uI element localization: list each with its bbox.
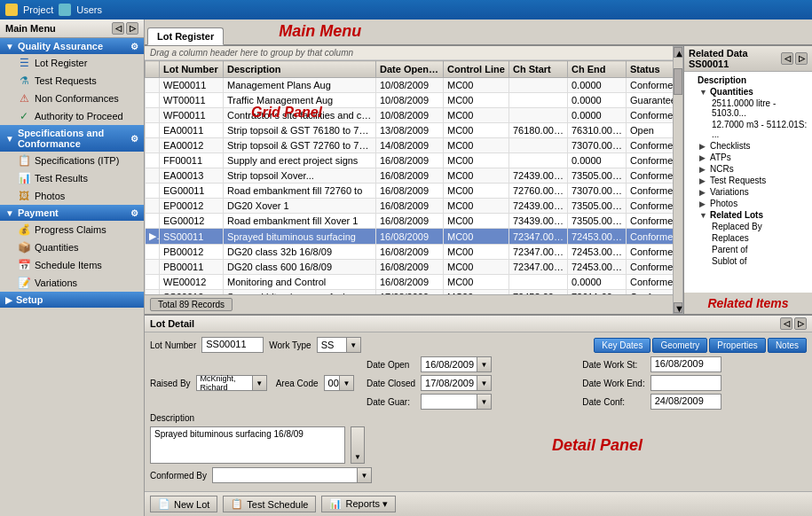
- table-row[interactable]: WF00011Contractor's site facilities and …: [146, 108, 674, 123]
- cell-date-open[interactable]: 16/08/2009: [376, 168, 444, 184]
- table-row[interactable]: ▶SS00011Sprayed bituminous surfacing16/0…: [146, 229, 674, 245]
- cell-status[interactable]: Conformed: [627, 275, 674, 290]
- col-lot-number[interactable]: Lot Number: [160, 61, 224, 78]
- cell-description[interactable]: Supply and erect project signs: [224, 153, 376, 168]
- cell-control-line[interactable]: MC00: [444, 245, 509, 260]
- grid-scrollbar[interactable]: ▲ ▼: [673, 46, 683, 314]
- sidebar-item-lot-register[interactable]: ☰ Lot Register: [0, 54, 144, 72]
- cell-description[interactable]: DG20 Xover 1: [224, 199, 376, 214]
- cell-ch-start[interactable]: 72347.0000: [509, 245, 568, 260]
- cell-ch-end[interactable]: 73505.0000: [568, 214, 627, 229]
- cell-ch-end[interactable]: 76310.0000: [568, 123, 627, 138]
- table-row[interactable]: EA00012Strip topsoil & GST 72760 to 7307…: [146, 138, 674, 153]
- cell-status[interactable]: Conformed: [627, 108, 674, 123]
- work-type-dropdown-arrow[interactable]: ▼: [346, 338, 360, 352]
- cell-date-open[interactable]: 16/08/2009: [376, 229, 444, 245]
- table-row[interactable]: EG00012Road embankment fill Xover 116/08…: [146, 214, 674, 229]
- cell-date-open[interactable]: 16/08/2009: [376, 214, 444, 229]
- cell-ch-end[interactable]: 73070.0000: [568, 138, 627, 153]
- test-schedule-btn[interactable]: 📋 Test Schedule: [223, 496, 316, 512]
- date-open-field[interactable]: 16/08/2009 ▼: [421, 356, 492, 372]
- related-tree[interactable]: Description ▼ Quantities 2511.0000 litre…: [684, 72, 812, 293]
- cell-description[interactable]: DG20 class 32b 16/8/09: [224, 245, 376, 260]
- cell-description[interactable]: Road embankment fill Xover 1: [224, 214, 376, 229]
- cell-status[interactable]: Conformed: [627, 153, 674, 168]
- cell-ch-end[interactable]: 72453.0000: [568, 260, 627, 275]
- tree-leaf-qty1[interactable]: 2511.0000 litre - 5103.0...: [687, 98, 809, 119]
- cell-date-open[interactable]: 16/08/2009: [376, 153, 444, 168]
- cell-lot-number[interactable]: EA00013: [160, 168, 224, 184]
- sidebar-item-test-results[interactable]: 📊 Test Results: [0, 169, 144, 187]
- cell-lot-number[interactable]: PB00011: [160, 260, 224, 275]
- cell-date-open[interactable]: 16/08/2009: [376, 275, 444, 290]
- table-row[interactable]: EG00011Road embankment fill 72760 to16/0…: [146, 184, 674, 199]
- cell-description[interactable]: Sprayed bituminous surfacing: [224, 229, 376, 245]
- cell-control-line[interactable]: MC00: [444, 184, 509, 199]
- cell-ch-end[interactable]: 0.0000: [568, 275, 627, 290]
- cell-ch-start[interactable]: [509, 153, 568, 168]
- related-back-btn[interactable]: ◁: [781, 52, 793, 65]
- section-specifications[interactable]: ▼ Specifications and Conformance ⚙: [0, 125, 144, 152]
- cell-ch-start[interactable]: 72439.0000: [509, 168, 568, 184]
- col-ch-end[interactable]: Ch End: [568, 61, 627, 78]
- grid-body[interactable]: WE00011Management Plans Aug10/08/2009MC0…: [146, 78, 674, 295]
- cell-control-line[interactable]: MC00: [444, 78, 509, 93]
- cell-control-line[interactable]: MC00: [444, 168, 509, 184]
- cell-status[interactable]: Conformed: [627, 168, 674, 184]
- reports-btn[interactable]: 📊 Reports ▾: [321, 496, 396, 512]
- table-row[interactable]: PB00011DG20 class 600 16/8/0916/08/2009M…: [146, 260, 674, 275]
- related-forward-btn[interactable]: ▷: [795, 52, 808, 65]
- cell-description[interactable]: Strip topsoil Xover...: [224, 168, 376, 184]
- cell-control-line[interactable]: MC00: [444, 214, 509, 229]
- tree-leaf-sublot-of[interactable]: Sublot of: [687, 255, 809, 267]
- area-code-dropdown-arrow[interactable]: ▼: [339, 376, 353, 390]
- col-date-open[interactable]: Date Open ▲: [376, 61, 444, 78]
- date-work-end-field[interactable]: [650, 375, 721, 391]
- sidebar-item-specifications-itp[interactable]: 📋 Specifications (ITP): [0, 152, 144, 169]
- cell-date-open[interactable]: 10/08/2009: [376, 108, 444, 123]
- section-payment[interactable]: ▼ Payment ⚙: [0, 205, 144, 221]
- cell-date-open[interactable]: 16/08/2009: [376, 199, 444, 214]
- cell-description[interactable]: Strip topsoil & GST 72760 to 73070: [224, 138, 376, 153]
- tree-node-test-requests[interactable]: ▶ Test Requests: [687, 175, 809, 186]
- col-description[interactable]: Description: [224, 61, 376, 78]
- cell-date-open[interactable]: 16/08/2009: [376, 245, 444, 260]
- raised-by-field[interactable]: McKnight, Richard ▼: [196, 375, 267, 391]
- cell-description[interactable]: Traffic Management Aug: [224, 93, 376, 108]
- area-code-field[interactable]: 0001 ▼: [324, 375, 354, 391]
- cell-date-open[interactable]: 10/08/2009: [376, 78, 444, 93]
- cell-ch-end[interactable]: 0.0000: [568, 108, 627, 123]
- cell-lot-number[interactable]: WE00012: [160, 275, 224, 290]
- cell-lot-number[interactable]: PB00012: [160, 245, 224, 260]
- cell-date-open[interactable]: 16/08/2009: [376, 260, 444, 275]
- date-work-st-field[interactable]: 16/08/2009: [650, 356, 721, 372]
- tab-properties[interactable]: Properties: [709, 338, 766, 353]
- table-row[interactable]: WE00012Monitoring and Control16/08/2009M…: [146, 275, 674, 290]
- raised-by-dropdown-arrow[interactable]: ▼: [252, 376, 266, 390]
- sidebar-item-test-requests[interactable]: ⚗ Test Requests: [0, 72, 144, 90]
- sidebar-item-non-conformances[interactable]: ⚠ Non Conformances: [0, 90, 144, 107]
- cell-description[interactable]: Monitoring and Control: [224, 275, 376, 290]
- tree-leaf-replaced-by[interactable]: Replaced By: [687, 221, 809, 232]
- cell-lot-number[interactable]: EG00012: [160, 214, 224, 229]
- tree-node-atps[interactable]: ▶ ATPs: [687, 152, 809, 163]
- cell-ch-start[interactable]: 72760.0000: [509, 184, 568, 199]
- table-row[interactable]: PB00012DG20 class 32b 16/8/0916/08/2009M…: [146, 245, 674, 260]
- conformed-by-dropdown-arrow[interactable]: ▼: [357, 468, 371, 482]
- cell-status[interactable]: Conformed: [627, 214, 674, 229]
- cell-ch-end[interactable]: 73505.0000: [568, 199, 627, 214]
- section-setup[interactable]: ▶ Setup: [0, 292, 144, 308]
- cell-description[interactable]: DG20 class 600 16/8/09: [224, 260, 376, 275]
- col-status[interactable]: Status: [627, 61, 674, 78]
- tree-node-photos[interactable]: ▶ Photos: [687, 198, 809, 209]
- cell-status[interactable]: Conformed: [627, 78, 674, 93]
- cell-lot-number[interactable]: EA00011: [160, 123, 224, 138]
- payment-settings-icon[interactable]: ⚙: [130, 208, 138, 218]
- cell-ch-start[interactable]: [509, 275, 568, 290]
- sidebar-item-quantities[interactable]: 📦 Quantities: [0, 238, 144, 256]
- date-guar-field[interactable]: ▼: [421, 394, 492, 410]
- cell-status[interactable]: Guaranteed: [627, 93, 674, 108]
- cell-lot-number[interactable]: FF00011: [160, 153, 224, 168]
- tree-leaf-replaces[interactable]: Replaces: [687, 232, 809, 244]
- cell-status[interactable]: Conformed: [627, 245, 674, 260]
